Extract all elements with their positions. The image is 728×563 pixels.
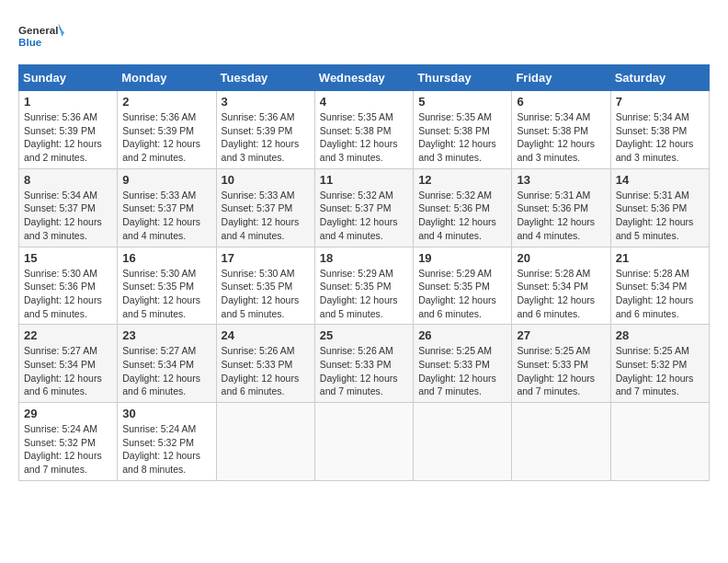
day-info: Sunrise: 5:25 AM Sunset: 5:33 PM Dayligh…: [418, 344, 506, 398]
day-number: 21: [616, 251, 704, 265]
calendar-cell: 11 Sunrise: 5:32 AM Sunset: 5:37 PM Dayl…: [314, 168, 413, 247]
calendar-cell: 9 Sunrise: 5:33 AM Sunset: 5:37 PM Dayli…: [118, 168, 216, 247]
day-number: 20: [517, 251, 605, 265]
calendar-week-4: 22 Sunrise: 5:27 AM Sunset: 5:34 PM Dayl…: [19, 325, 710, 403]
calendar-table: SundayMondayTuesdayWednesdayThursdayFrid…: [18, 64, 710, 481]
day-number: 23: [122, 328, 210, 342]
calendar-cell: 21 Sunrise: 5:28 AM Sunset: 5:34 PM Dayl…: [610, 247, 709, 325]
calendar-cell: 6 Sunrise: 5:34 AM Sunset: 5:38 PM Dayli…: [512, 91, 610, 169]
day-info: Sunrise: 5:30 AM Sunset: 5:35 PM Dayligh…: [122, 267, 210, 321]
svg-text:General: General: [18, 24, 58, 36]
day-info: Sunrise: 5:30 AM Sunset: 5:35 PM Dayligh…: [222, 267, 310, 321]
day-number: 17: [222, 251, 310, 265]
day-info: Sunrise: 5:29 AM Sunset: 5:35 PM Dayligh…: [320, 267, 408, 321]
calendar-cell: 23 Sunrise: 5:27 AM Sunset: 5:34 PM Dayl…: [118, 325, 216, 403]
day-number: 15: [24, 251, 112, 265]
day-number: 24: [222, 328, 310, 342]
calendar-cell: [414, 403, 512, 481]
day-number: 5: [418, 95, 506, 109]
day-number: 9: [122, 173, 210, 187]
calendar-cell: 25 Sunrise: 5:26 AM Sunset: 5:33 PM Dayl…: [314, 325, 413, 403]
logo-svg: General Blue: [18, 18, 64, 55]
calendar-cell: 24 Sunrise: 5:26 AM Sunset: 5:33 PM Dayl…: [216, 325, 314, 403]
calendar-cell: 8 Sunrise: 5:34 AM Sunset: 5:37 PM Dayli…: [19, 168, 118, 247]
day-info: Sunrise: 5:27 AM Sunset: 5:34 PM Dayligh…: [122, 344, 210, 398]
header-row: SundayMondayTuesdayWednesdayThursdayFrid…: [19, 65, 710, 91]
day-number: 14: [616, 173, 704, 187]
calendar-cell: 26 Sunrise: 5:25 AM Sunset: 5:33 PM Dayl…: [414, 325, 512, 403]
day-info: Sunrise: 5:26 AM Sunset: 5:33 PM Dayligh…: [222, 344, 310, 398]
calendar-cell: 5 Sunrise: 5:35 AM Sunset: 5:38 PM Dayli…: [414, 91, 512, 169]
day-info: Sunrise: 5:26 AM Sunset: 5:33 PM Dayligh…: [320, 344, 408, 398]
calendar-week-2: 8 Sunrise: 5:34 AM Sunset: 5:37 PM Dayli…: [19, 168, 710, 247]
calendar-cell: 1 Sunrise: 5:36 AM Sunset: 5:39 PM Dayli…: [19, 91, 118, 169]
calendar-cell: 13 Sunrise: 5:31 AM Sunset: 5:36 PM Dayl…: [512, 168, 610, 247]
day-number: 29: [24, 407, 112, 420]
calendar-cell: 14 Sunrise: 5:31 AM Sunset: 5:36 PM Dayl…: [610, 168, 709, 247]
day-number: 22: [24, 328, 112, 342]
day-info: Sunrise: 5:34 AM Sunset: 5:37 PM Dayligh…: [24, 189, 112, 243]
day-header-thursday: Thursday: [414, 65, 512, 91]
calendar-cell: [314, 403, 413, 481]
day-number: 16: [122, 251, 210, 265]
day-info: Sunrise: 5:36 AM Sunset: 5:39 PM Dayligh…: [24, 110, 112, 165]
day-number: 4: [320, 95, 408, 109]
svg-marker-3: [60, 29, 64, 37]
day-number: 27: [517, 328, 605, 342]
day-info: Sunrise: 5:27 AM Sunset: 5:34 PM Dayligh…: [24, 344, 112, 398]
calendar-week-3: 15 Sunrise: 5:30 AM Sunset: 5:36 PM Dayl…: [19, 247, 710, 325]
day-info: Sunrise: 5:35 AM Sunset: 5:38 PM Dayligh…: [320, 110, 408, 165]
calendar-cell: 4 Sunrise: 5:35 AM Sunset: 5:38 PM Dayli…: [314, 91, 413, 169]
day-info: Sunrise: 5:36 AM Sunset: 5:39 PM Dayligh…: [122, 110, 210, 165]
day-info: Sunrise: 5:30 AM Sunset: 5:36 PM Dayligh…: [24, 267, 112, 321]
day-number: 6: [517, 95, 605, 109]
day-number: 7: [616, 95, 704, 109]
calendar-cell: 20 Sunrise: 5:28 AM Sunset: 5:34 PM Dayl…: [512, 247, 610, 325]
calendar-cell: 28 Sunrise: 5:25 AM Sunset: 5:32 PM Dayl…: [610, 325, 709, 403]
day-header-wednesday: Wednesday: [314, 65, 413, 91]
day-number: 12: [418, 173, 506, 187]
calendar-cell: 17 Sunrise: 5:30 AM Sunset: 5:35 PM Dayl…: [216, 247, 314, 325]
day-number: 8: [24, 173, 112, 187]
day-number: 25: [320, 328, 408, 342]
day-header-friday: Friday: [512, 65, 610, 91]
calendar-cell: 29 Sunrise: 5:24 AM Sunset: 5:32 PM Dayl…: [19, 403, 118, 481]
calendar-cell: 12 Sunrise: 5:32 AM Sunset: 5:36 PM Dayl…: [414, 168, 512, 247]
day-header-tuesday: Tuesday: [216, 65, 314, 91]
calendar-cell: [610, 403, 709, 481]
calendar-cell: 27 Sunrise: 5:25 AM Sunset: 5:33 PM Dayl…: [512, 325, 610, 403]
calendar-cell: 19 Sunrise: 5:29 AM Sunset: 5:35 PM Dayl…: [414, 247, 512, 325]
day-info: Sunrise: 5:31 AM Sunset: 5:36 PM Dayligh…: [517, 189, 605, 243]
svg-text:Blue: Blue: [18, 36, 42, 48]
day-header-monday: Monday: [118, 65, 216, 91]
day-number: 28: [616, 328, 704, 342]
day-info: Sunrise: 5:25 AM Sunset: 5:32 PM Dayligh…: [616, 344, 704, 398]
day-info: Sunrise: 5:34 AM Sunset: 5:38 PM Dayligh…: [517, 110, 605, 165]
calendar-week-5: 29 Sunrise: 5:24 AM Sunset: 5:32 PM Dayl…: [19, 403, 710, 481]
day-info: Sunrise: 5:33 AM Sunset: 5:37 PM Dayligh…: [122, 189, 210, 243]
day-info: Sunrise: 5:28 AM Sunset: 5:34 PM Dayligh…: [616, 267, 704, 321]
calendar-cell: [216, 403, 314, 481]
day-number: 10: [222, 173, 310, 187]
calendar-cell: 3 Sunrise: 5:36 AM Sunset: 5:39 PM Dayli…: [216, 91, 314, 169]
calendar-week-1: 1 Sunrise: 5:36 AM Sunset: 5:39 PM Dayli…: [19, 91, 710, 169]
page-header: General Blue: [18, 18, 710, 55]
calendar-cell: 15 Sunrise: 5:30 AM Sunset: 5:36 PM Dayl…: [19, 247, 118, 325]
logo: General Blue: [18, 18, 64, 55]
calendar-cell: 7 Sunrise: 5:34 AM Sunset: 5:38 PM Dayli…: [610, 91, 709, 169]
calendar-cell: 18 Sunrise: 5:29 AM Sunset: 5:35 PM Dayl…: [314, 247, 413, 325]
day-info: Sunrise: 5:32 AM Sunset: 5:37 PM Dayligh…: [320, 189, 408, 243]
day-info: Sunrise: 5:32 AM Sunset: 5:36 PM Dayligh…: [418, 189, 506, 243]
calendar-cell: 16 Sunrise: 5:30 AM Sunset: 5:35 PM Dayl…: [118, 247, 216, 325]
day-info: Sunrise: 5:34 AM Sunset: 5:38 PM Dayligh…: [616, 110, 704, 165]
day-header-saturday: Saturday: [610, 65, 709, 91]
day-info: Sunrise: 5:24 AM Sunset: 5:32 PM Dayligh…: [122, 422, 210, 477]
day-header-sunday: Sunday: [19, 65, 118, 91]
day-number: 11: [320, 173, 408, 187]
day-info: Sunrise: 5:25 AM Sunset: 5:33 PM Dayligh…: [517, 344, 605, 398]
calendar-cell: 2 Sunrise: 5:36 AM Sunset: 5:39 PM Dayli…: [118, 91, 216, 169]
calendar-cell: 10 Sunrise: 5:33 AM Sunset: 5:37 PM Dayl…: [216, 168, 314, 247]
calendar-cell: 30 Sunrise: 5:24 AM Sunset: 5:32 PM Dayl…: [118, 403, 216, 481]
day-number: 3: [222, 95, 310, 109]
day-info: Sunrise: 5:24 AM Sunset: 5:32 PM Dayligh…: [24, 422, 112, 477]
